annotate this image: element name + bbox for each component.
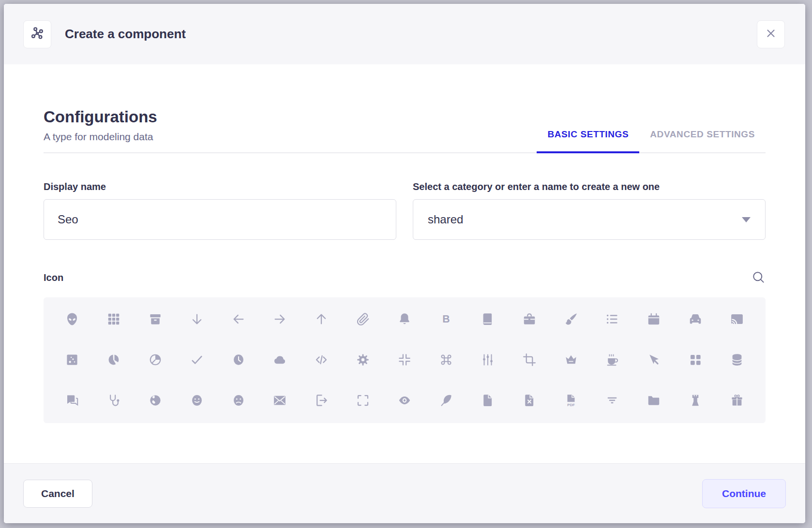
emotion-happy-icon[interactable] [189, 392, 205, 409]
brush-icon[interactable] [563, 311, 579, 327]
arrow-up-icon[interactable] [313, 311, 330, 327]
icon-grid: BPDF [44, 297, 766, 423]
close-button[interactable] [757, 20, 785, 48]
modal-footer: Cancel Continue [4, 463, 805, 523]
check-icon[interactable] [189, 352, 205, 368]
cup-icon[interactable] [604, 352, 620, 368]
expand-icon[interactable] [355, 392, 371, 409]
icon-search-button[interactable] [751, 270, 766, 286]
icon-picker-section: Icon BPDF [44, 270, 766, 423]
arrow-left-icon[interactable] [230, 311, 247, 327]
cursor-icon[interactable] [646, 352, 662, 368]
page-subtitle: A type for modeling data [44, 131, 157, 152]
bell-icon[interactable] [396, 311, 413, 327]
modal-header: Create a component [4, 4, 805, 64]
icon-grid-row [64, 352, 745, 368]
archive-icon[interactable] [147, 311, 164, 327]
create-component-modal: Create a component Configurations A type… [4, 4, 805, 523]
icon-picker-label: Icon [44, 272, 63, 283]
display-name-input[interactable] [44, 199, 396, 240]
search-icon [751, 270, 766, 286]
icon-grid-row: B [64, 311, 745, 327]
bullet-list-icon[interactable] [604, 311, 620, 327]
filter-icon[interactable] [604, 392, 620, 409]
database-icon[interactable] [729, 352, 745, 368]
tab-advanced-settings[interactable]: ADVANCED SETTINGS [639, 129, 766, 152]
chevron-down-icon [742, 217, 751, 222]
tab-basic-settings[interactable]: BASIC SETTINGS [537, 129, 639, 152]
emotion-unhappy-icon[interactable] [230, 392, 247, 409]
calendar-icon[interactable] [646, 311, 662, 327]
exit-icon[interactable] [313, 392, 330, 409]
heading-row: Configurations A type for modeling data … [44, 108, 766, 153]
briefcase-icon[interactable] [521, 311, 538, 327]
chart-pie-icon[interactable] [147, 352, 164, 368]
file-pdf-icon[interactable]: PDF [563, 392, 579, 409]
eye-icon[interactable] [396, 392, 413, 409]
modal-title: Create a component [65, 27, 757, 42]
gift-icon[interactable] [729, 392, 745, 409]
category-label: Select a category or enter a name to cre… [413, 181, 766, 192]
book-icon[interactable] [480, 311, 496, 327]
cast-icon[interactable] [729, 311, 745, 327]
svg-text:PDF: PDF [567, 403, 575, 407]
heading-block: Configurations A type for modeling data [44, 108, 157, 152]
close-icon [765, 27, 777, 41]
folder-icon[interactable] [646, 392, 662, 409]
form-row: Display name Select a category or enter … [44, 181, 766, 240]
gate-icon[interactable] [687, 392, 704, 409]
feather-icon[interactable] [438, 392, 454, 409]
file-icon[interactable] [480, 392, 496, 409]
command-icon[interactable] [438, 352, 454, 368]
collapse-icon[interactable] [396, 352, 413, 368]
cloud-icon[interactable] [271, 352, 288, 368]
earth-icon[interactable] [147, 392, 164, 409]
cancel-button[interactable]: Cancel [23, 480, 92, 508]
icon-picker-header: Icon [44, 270, 766, 286]
tabs: BASIC SETTINGS ADVANCED SETTINGS [537, 108, 766, 152]
apps-icon[interactable] [105, 311, 122, 327]
cog-icon[interactable] [355, 352, 371, 368]
icon-grid-row: PDF [64, 392, 745, 409]
code-icon[interactable] [313, 352, 330, 368]
page-title: Configurations [44, 108, 157, 126]
file-error-icon[interactable] [521, 392, 538, 409]
connector-icon[interactable] [480, 352, 496, 368]
arrow-right-icon[interactable] [271, 311, 288, 327]
clock-icon[interactable] [230, 352, 247, 368]
component-icon-box [23, 20, 51, 48]
display-name-group: Display name [44, 181, 396, 240]
category-group: Select a category or enter a name to cre… [413, 181, 766, 240]
crown-icon[interactable] [563, 352, 579, 368]
modal-body: Configurations A type for modeling data … [4, 64, 805, 463]
svg-text:B: B [442, 313, 450, 325]
attachment-icon[interactable] [355, 311, 371, 327]
category-selected-value: shared [428, 213, 463, 226]
discuss-icon[interactable] [64, 392, 80, 409]
continue-button[interactable]: Continue [702, 479, 786, 508]
doctor-icon[interactable] [105, 392, 122, 409]
crop-icon[interactable] [521, 352, 538, 368]
alien-icon[interactable] [64, 311, 80, 327]
envelop-icon[interactable] [271, 392, 288, 409]
component-icon [29, 25, 45, 44]
chart-circle-icon[interactable] [105, 352, 122, 368]
bold-icon[interactable]: B [438, 311, 454, 327]
chart-bubble-icon[interactable] [64, 352, 80, 368]
display-name-label: Display name [44, 181, 396, 192]
car-icon[interactable] [687, 311, 704, 327]
arrow-down-icon[interactable] [189, 311, 205, 327]
dashboard-icon[interactable] [687, 352, 704, 368]
category-select[interactable]: shared [413, 199, 766, 240]
